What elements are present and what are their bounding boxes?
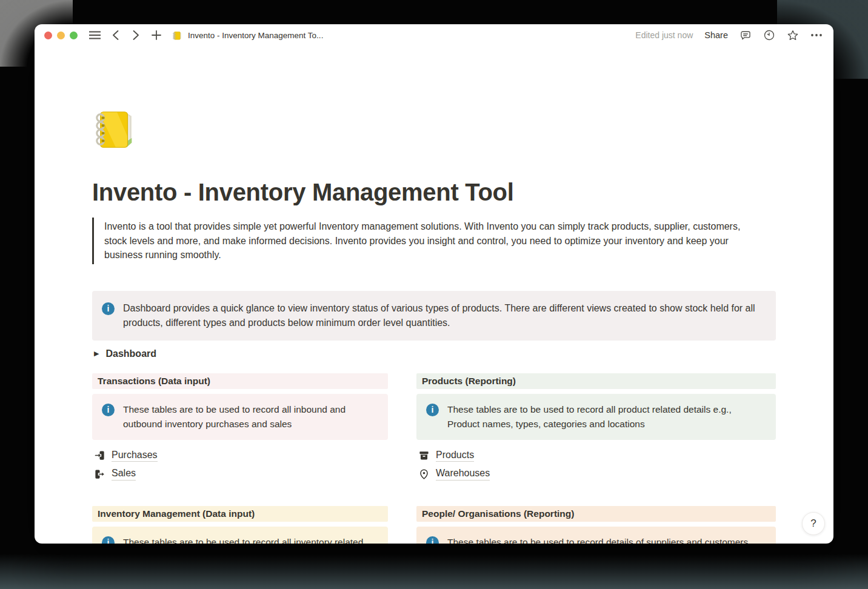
- info-icon: i: [102, 404, 115, 416]
- dashboard-toggle[interactable]: ▶ Dashboard: [94, 348, 776, 359]
- toggle-triangle-icon[interactable]: ▶: [94, 350, 99, 358]
- page-link-purchases[interactable]: Purchases: [93, 447, 388, 465]
- info-icon: i: [102, 302, 115, 315]
- info-icon: i: [426, 404, 439, 416]
- location-pin-icon: [418, 468, 430, 480]
- two-column-layout: Transactions (Data input) i These tables…: [92, 373, 776, 544]
- page-link-warehouses[interactable]: Warehouses: [418, 465, 776, 483]
- left-column: Transactions (Data input) i These tables…: [92, 373, 388, 544]
- dashboard-callout: i Dashboard provides a quick glance to v…: [92, 291, 776, 341]
- minimize-window-button[interactable]: [57, 32, 65, 39]
- right-column: Products (Reporting) i These tables are …: [416, 373, 776, 544]
- page-link-products[interactable]: Products: [418, 447, 776, 465]
- transactions-callout: i These tables are to be used to record …: [92, 394, 388, 440]
- dashboard-callout-text: Dashboard provides a quick glance to vie…: [123, 301, 766, 330]
- section-header-inventory-management: Inventory Management (Data input): [92, 506, 388, 522]
- window-controls: [44, 32, 78, 39]
- titlebar-page-title: Invento - Inventory Management To...: [188, 31, 323, 40]
- purchases-link-label[interactable]: Purchases: [112, 450, 158, 462]
- desktop-wallpaper-bottom: [0, 554, 868, 589]
- info-icon: i: [426, 536, 439, 544]
- section-header-products: Products (Reporting): [416, 373, 776, 389]
- section-header-people-organisations: People/ Organisations (Reporting): [416, 506, 776, 522]
- share-button[interactable]: Share: [704, 30, 728, 40]
- page-link-sales[interactable]: Sales: [93, 465, 388, 483]
- products-link-label[interactable]: Products: [436, 450, 474, 462]
- intro-quote-block: Invento is a tool that provides simple y…: [92, 218, 765, 264]
- dashboard-toggle-label: Dashboard: [105, 348, 156, 359]
- people-organisations-callout: i These tables are to be used to record …: [416, 527, 776, 544]
- comments-icon[interactable]: [739, 29, 752, 41]
- close-window-button[interactable]: [44, 32, 52, 39]
- titlebar: Invento - Inventory Management To... Edi…: [35, 24, 833, 46]
- inventory-management-callout: i These tables are to be used to record …: [92, 527, 388, 544]
- archive-box-icon: [418, 450, 430, 462]
- new-tab-icon[interactable]: [150, 29, 162, 41]
- sign-out-icon: [93, 468, 105, 480]
- forward-icon[interactable]: [130, 29, 142, 41]
- info-icon: i: [102, 536, 115, 544]
- inventory-management-callout-text: These tables are to be used to record al…: [123, 535, 378, 544]
- page-title: Invento - Inventory Management Tool: [92, 179, 776, 206]
- products-callout-text: These tables are to be used to record al…: [447, 402, 766, 431]
- sidebar-menu-icon[interactable]: [88, 29, 101, 41]
- history-clock-icon[interactable]: [763, 29, 775, 41]
- page-cover-emoji-ledger-icon[interactable]: [92, 106, 776, 156]
- edited-status: Edited just now: [635, 30, 693, 40]
- breadcrumb[interactable]: Invento - Inventory Management To...: [171, 29, 323, 41]
- more-options-icon[interactable]: [810, 29, 823, 41]
- sales-link-label[interactable]: Sales: [112, 468, 136, 481]
- zoom-window-button[interactable]: [70, 32, 78, 39]
- products-callout: i These tables are to be used to record …: [416, 394, 776, 440]
- notion-app-window: Invento - Inventory Management To... Edi…: [35, 24, 833, 544]
- sign-in-icon: [93, 450, 105, 462]
- back-icon[interactable]: [109, 29, 121, 41]
- people-organisations-callout-text: These tables are to be used to record de…: [447, 535, 748, 544]
- help-button[interactable]: ?: [802, 512, 825, 535]
- transactions-callout-text: These tables are to be used to record al…: [123, 402, 378, 431]
- page-emoji-icon: [171, 29, 183, 41]
- favorite-star-icon[interactable]: [787, 29, 799, 41]
- page-body: Invento - Inventory Management Tool Inve…: [35, 46, 833, 544]
- warehouses-link-label[interactable]: Warehouses: [436, 468, 490, 481]
- section-header-transactions: Transactions (Data input): [92, 373, 388, 389]
